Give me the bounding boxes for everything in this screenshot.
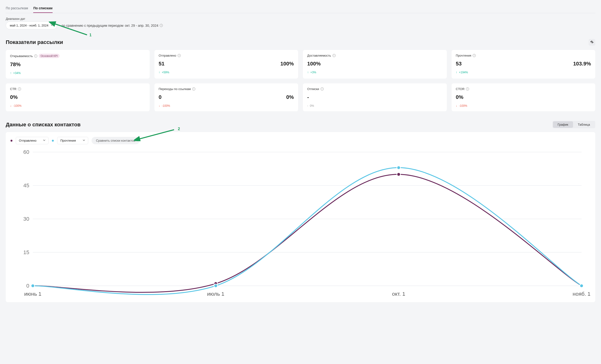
kpi-value: 53 <box>456 61 462 67</box>
annotation-arrow-2 <box>134 128 177 141</box>
chevron-down-icon <box>51 24 53 27</box>
svg-text:15: 15 <box>23 249 29 255</box>
svg-point-18 <box>397 173 401 176</box>
kpi-card[interactable]: Открываемость i Основной KPI 78% +34% <box>6 50 150 79</box>
annotation-1: 1 <box>90 33 91 37</box>
kpi-title: CTR i <box>10 87 145 91</box>
kpi-sub-value: 103.9% <box>573 61 591 67</box>
date-range-selector[interactable]: май 1, 2024 - нояб. 1, 2024 <box>6 21 57 29</box>
kpi-sub-value: 0% <box>286 94 294 100</box>
kpi-change: +3% <box>307 71 442 74</box>
info-icon[interactable]: i <box>34 55 37 57</box>
kpi-grid: Открываемость i Основной KPI 78% +34% От… <box>6 50 595 111</box>
svg-point-23 <box>580 284 583 287</box>
kpi-card[interactable]: CTR i 0% -100% <box>6 83 150 111</box>
kpi-card[interactable]: Доставляемость i 100% +3% <box>303 50 447 79</box>
date-range-value: май 1, 2024 - нояб. 1, 2024 <box>10 24 48 27</box>
kpi-card[interactable]: Отправлено i 51 100% +59% <box>154 50 298 79</box>
view-toggle-table[interactable]: Таблица <box>573 121 595 128</box>
compare-lists-button[interactable]: Сравнить списки контактов <box>91 137 139 144</box>
line-chart: 015304560июнь 1июль 1окт. 1нояб. 1 <box>10 148 591 299</box>
svg-point-20 <box>31 284 35 287</box>
info-icon[interactable]: i <box>192 87 195 91</box>
kpi-card[interactable]: Отписки i - 0% <box>303 83 447 111</box>
svg-text:июнь 1: июнь 1 <box>24 291 41 297</box>
kpi-section-title: Показатели рассылки <box>6 39 63 45</box>
info-icon[interactable]: i <box>332 54 336 57</box>
series-a-label: Отправлено <box>19 139 36 142</box>
tab-by-campaigns[interactable]: По рассылкам <box>6 5 28 13</box>
kpi-change: -100% <box>159 104 294 107</box>
info-icon[interactable]: i <box>178 54 181 57</box>
info-icon[interactable]: i <box>466 87 469 91</box>
kpi-change: +194% <box>456 71 591 74</box>
info-icon[interactable]: i <box>160 24 163 27</box>
kpi-value: - <box>307 94 309 100</box>
date-range-label: Диапазон дат <box>6 17 595 20</box>
kpi-sub-value: 100% <box>280 61 294 67</box>
svg-text:30: 30 <box>23 216 29 222</box>
kpi-value: 78% <box>10 61 20 67</box>
kpi-title: Отправлено i <box>159 54 294 57</box>
series-b-select[interactable]: Прочтения <box>57 137 88 144</box>
kpi-value: 0 <box>159 94 162 100</box>
kpi-value: 100% <box>307 61 321 67</box>
info-icon[interactable]: i <box>18 87 21 91</box>
chevron-down-icon <box>83 140 85 142</box>
series-b-dot <box>52 140 54 142</box>
svg-text:июль 1: июль 1 <box>207 291 224 297</box>
kpi-title: Переходы по ссылкам i <box>159 87 294 91</box>
kpi-value: 0% <box>456 94 463 100</box>
kpi-title: Доставляемость i <box>307 54 442 57</box>
svg-text:окт. 1: окт. 1 <box>392 291 405 297</box>
kpi-card[interactable]: Переходы по ссылкам i 0 0% -100% <box>154 83 298 111</box>
svg-line-1 <box>138 130 174 139</box>
kpi-badge: Основной KPI <box>39 54 60 58</box>
kpi-value: 51 <box>159 61 164 67</box>
chart-area: 015304560июнь 1июль 1окт. 1нояб. 1 <box>10 148 591 300</box>
tabs: По рассылкам По спискам <box>6 5 595 13</box>
kpi-title: Открываемость i Основной KPI <box>10 54 145 58</box>
kpi-change: -100% <box>10 104 145 107</box>
info-icon[interactable]: i <box>321 87 324 91</box>
svg-text:нояб. 1: нояб. 1 <box>572 291 591 297</box>
kpi-change: -100% <box>456 104 591 107</box>
series-b-label: Прочтения <box>60 139 76 142</box>
info-icon[interactable]: i <box>473 54 476 57</box>
chevron-down-icon <box>43 140 45 142</box>
kpi-card[interactable]: CTOR i 0% -100% <box>451 83 595 111</box>
view-toggle-chart[interactable]: График <box>553 121 573 128</box>
tab-by-lists[interactable]: По спискам <box>33 5 52 13</box>
svg-point-21 <box>214 284 218 287</box>
kpi-card[interactable]: Прочтения i 53 103.9% +194% <box>451 50 595 79</box>
svg-text:45: 45 <box>23 182 29 188</box>
kpi-value: 0% <box>10 94 18 100</box>
svg-text:0: 0 <box>26 283 29 289</box>
view-toggle: График Таблица <box>552 121 595 128</box>
kpi-title: Прочтения i <box>456 54 591 57</box>
kpi-change: +34% <box>10 71 145 75</box>
chart-card: Отправлено Прочтения Сравнить списки кон… <box>6 132 595 302</box>
chart-section-title: Данные о списках контактов <box>6 122 80 128</box>
kpi-title: Отписки i <box>307 87 442 91</box>
gear-icon <box>590 40 594 44</box>
series-a-dot <box>10 140 12 142</box>
svg-text:60: 60 <box>23 149 29 155</box>
kpi-change: +59% <box>159 71 294 74</box>
compare-period-text: по сравнению с предыдущим периодом окт. … <box>61 24 163 28</box>
gear-button[interactable] <box>589 39 595 46</box>
series-a-select[interactable]: Отправлено <box>16 137 49 144</box>
svg-point-22 <box>397 166 401 170</box>
kpi-change: 0% <box>307 104 442 107</box>
kpi-title: CTOR i <box>456 87 591 91</box>
